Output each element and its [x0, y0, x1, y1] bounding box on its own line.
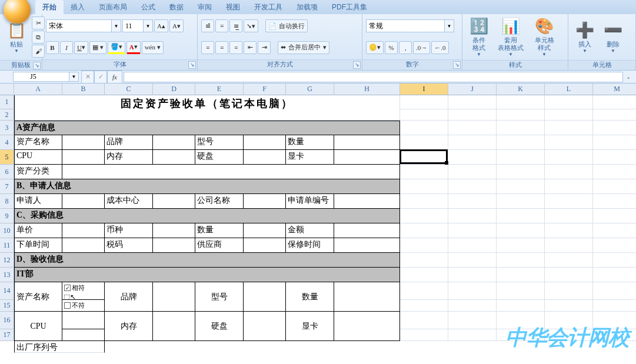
- col-header-H[interactable]: H: [334, 84, 400, 95]
- indent-decrease-button[interactable]: ⇤: [244, 41, 257, 54]
- ribbon-tab-5[interactable]: 审阅: [191, 0, 219, 14]
- cell-K13[interactable]: [497, 268, 545, 282]
- content-E5[interactable]: 硬盘: [195, 150, 244, 165]
- cell-J16[interactable]: [448, 312, 497, 329]
- cell-J1[interactable]: [448, 95, 497, 109]
- content-H8[interactable]: [334, 194, 400, 209]
- align-top-button[interactable]: ≡̄: [201, 19, 214, 32]
- orientation-button[interactable]: ➘▾: [244, 19, 258, 32]
- cell-K9[interactable]: [497, 209, 545, 223]
- worksheet[interactable]: ABCDEFGHIJKLM 1234567891011121314151617 …: [0, 84, 636, 364]
- font-name-combo[interactable]: 宋体▼: [46, 19, 121, 32]
- row-header-11[interactable]: 11: [0, 238, 14, 253]
- col-header-K[interactable]: K: [497, 84, 545, 95]
- row-header-7[interactable]: 7: [0, 179, 14, 194]
- content-E4[interactable]: 型号: [195, 135, 244, 150]
- cell-M7[interactable]: [593, 179, 636, 194]
- select-all-corner[interactable]: [0, 84, 14, 95]
- cell-K7[interactable]: [497, 179, 545, 194]
- content-H14[interactable]: [334, 282, 400, 312]
- cell-K6[interactable]: [497, 165, 545, 179]
- row-header-5[interactable]: 5: [0, 150, 14, 165]
- ribbon-tab-8[interactable]: 加载项: [289, 0, 325, 14]
- cell-K12[interactable]: [497, 253, 545, 268]
- cell-M6[interactable]: [593, 165, 636, 179]
- row-header-15[interactable]: 15: [0, 300, 14, 312]
- checkbox-match[interactable]: ✓相符: [64, 283, 102, 292]
- cell-M13[interactable]: [593, 268, 636, 282]
- content-E8[interactable]: 公司名称: [195, 194, 244, 209]
- cell-J10[interactable]: [448, 223, 497, 238]
- italic-button[interactable]: I: [60, 41, 73, 54]
- content-A10[interactable]: 单价: [14, 223, 62, 238]
- name-box[interactable]: J5▼: [13, 72, 79, 82]
- content-G14[interactable]: 数量: [286, 282, 334, 312]
- merge-center-button[interactable]: ⬌合并后居中 ▾: [278, 41, 329, 54]
- font-color-button[interactable]: A▾: [126, 41, 141, 54]
- comma-button[interactable]: ,: [399, 41, 412, 54]
- shrink-font-button[interactable]: A▾: [169, 19, 184, 32]
- content-C8[interactable]: 成本中心: [105, 194, 153, 209]
- cell-M15[interactable]: [593, 300, 636, 312]
- cell-J13[interactable]: [448, 268, 497, 282]
- col-header-D[interactable]: D: [153, 84, 195, 95]
- cell-I12[interactable]: [400, 253, 448, 268]
- cell-M4[interactable]: [593, 135, 636, 150]
- content-G5[interactable]: 显卡: [286, 150, 334, 165]
- cell-K15[interactable]: [497, 300, 545, 312]
- cell-J14[interactable]: [448, 282, 497, 300]
- content-A9[interactable]: C、采购信息: [14, 209, 400, 223]
- cell-I9[interactable]: [400, 209, 448, 223]
- cell-M10[interactable]: [593, 223, 636, 238]
- cell-I16[interactable]: [400, 312, 448, 329]
- cell-M5[interactable]: [593, 150, 636, 165]
- ribbon-tab-0[interactable]: 开始: [35, 0, 64, 14]
- cell-styles-button[interactable]: 🎨单元格 样式▼: [530, 16, 559, 58]
- cell-I15[interactable]: [400, 300, 448, 312]
- content-B11[interactable]: [62, 238, 105, 253]
- row-header-10[interactable]: 10: [0, 223, 14, 238]
- cell-L7[interactable]: [545, 179, 593, 194]
- cell-L6[interactable]: [545, 165, 593, 179]
- cell-I6[interactable]: [400, 165, 448, 179]
- content-H4[interactable]: [334, 135, 400, 150]
- row-header-17[interactable]: 17: [0, 329, 14, 341]
- content-E11[interactable]: 供应商: [195, 238, 244, 253]
- insert-cells-button[interactable]: ➕插入▼: [572, 16, 598, 58]
- ribbon-tab-1[interactable]: 插入: [64, 0, 92, 14]
- row-header-16[interactable]: 16: [0, 312, 14, 329]
- cell-K1[interactable]: [497, 95, 545, 109]
- cell-I11[interactable]: [400, 238, 448, 253]
- content-B10[interactable]: [62, 223, 105, 238]
- font-size-combo[interactable]: 11▼: [122, 19, 153, 32]
- row-header-12[interactable]: 12: [0, 253, 14, 268]
- content-B15[interactable]: 不符: [62, 300, 105, 312]
- border-button[interactable]: ▦ ▾: [89, 41, 106, 54]
- row-header-2[interactable]: 2: [0, 109, 14, 121]
- decrease-decimal-button[interactable]: ←.0: [431, 41, 448, 54]
- cell-L4[interactable]: [545, 135, 593, 150]
- align-left-button[interactable]: ≡: [201, 41, 214, 54]
- ribbon-tab-4[interactable]: 数据: [162, 0, 191, 14]
- content-D14[interactable]: [153, 282, 195, 312]
- content-D4[interactable]: [153, 135, 195, 150]
- cell-M9[interactable]: [593, 209, 636, 223]
- row-header-14[interactable]: 14: [0, 282, 14, 300]
- content-G10[interactable]: 金额: [286, 223, 334, 238]
- col-header-A[interactable]: A: [14, 84, 62, 95]
- cell-J15[interactable]: [448, 300, 497, 312]
- increase-decimal-button[interactable]: .0→: [413, 41, 430, 54]
- cell-L15[interactable]: [545, 300, 593, 312]
- delete-cells-button[interactable]: ➖删除▼: [600, 16, 626, 58]
- align-launcher[interactable]: ↘: [353, 61, 361, 69]
- content-B14[interactable]: ✓相符⬚↖: [62, 282, 105, 300]
- conditional-format-button[interactable]: 🔢条件格式▼: [466, 16, 492, 58]
- checkbox-nomatch[interactable]: 不符: [64, 301, 102, 310]
- cell-J5[interactable]: [448, 150, 497, 165]
- clipboard-launcher[interactable]: ↘: [33, 62, 41, 69]
- col-header-C[interactable]: C: [105, 84, 153, 95]
- cell-K4[interactable]: [497, 135, 545, 150]
- cell-J12[interactable]: [448, 253, 497, 268]
- cell-J8[interactable]: [448, 194, 497, 209]
- cell-M1[interactable]: [593, 95, 636, 109]
